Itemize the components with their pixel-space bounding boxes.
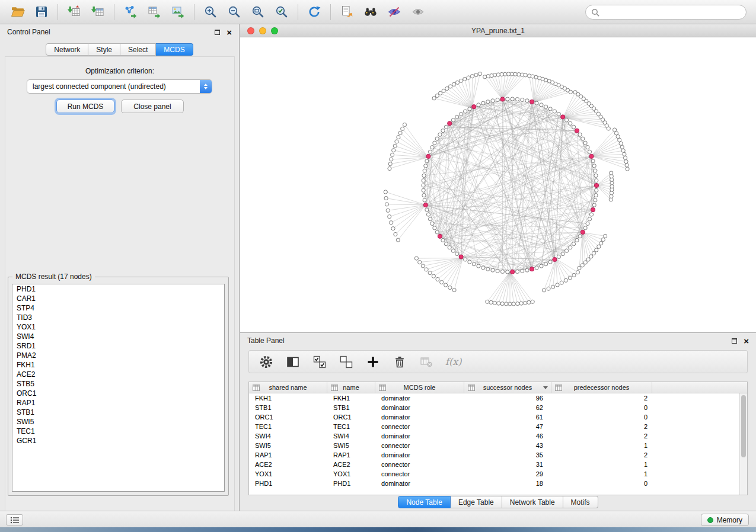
network-node[interactable] xyxy=(544,262,548,266)
sort-descending-icon[interactable] xyxy=(543,386,548,389)
network-node[interactable] xyxy=(401,127,404,130)
network-node[interactable] xyxy=(491,268,495,272)
cell-predecessor-nodes[interactable]: 2 xyxy=(551,422,652,431)
network-node[interactable] xyxy=(506,270,509,274)
table-row[interactable]: RAP1RAP1dominator352 xyxy=(249,450,739,460)
cell-MCDS-role[interactable]: dominator xyxy=(375,450,464,460)
network-node[interactable] xyxy=(426,213,430,216)
cell-successor-nodes[interactable]: 18 xyxy=(464,479,551,488)
network-node[interactable] xyxy=(516,302,519,306)
cell-shared-name[interactable]: SWI4 xyxy=(249,431,327,441)
close-table-panel-icon[interactable]: × xyxy=(744,336,749,345)
mcds-hub-node[interactable] xyxy=(511,270,515,274)
network-canvas[interactable] xyxy=(240,37,756,332)
network-node[interactable] xyxy=(540,103,543,107)
mcds-hub-node[interactable] xyxy=(580,230,585,234)
cell-name[interactable]: ORC1 xyxy=(327,412,375,422)
cell-name[interactable]: TEC1 xyxy=(327,422,375,431)
network-node[interactable] xyxy=(576,271,579,274)
network-node[interactable] xyxy=(440,280,444,284)
cell-shared-name[interactable]: ORC1 xyxy=(249,412,327,422)
network-node[interactable] xyxy=(586,146,589,149)
import-network-button[interactable] xyxy=(62,2,86,22)
network-node[interactable] xyxy=(592,203,596,207)
network-node[interactable] xyxy=(591,159,595,163)
network-node[interactable] xyxy=(500,302,504,306)
network-node[interactable] xyxy=(583,261,587,264)
mcds-hub-node[interactable] xyxy=(530,100,534,104)
search-network-button[interactable] xyxy=(359,2,382,22)
network-node[interactable] xyxy=(422,194,426,197)
network-node[interactable] xyxy=(525,99,529,102)
network-node[interactable] xyxy=(388,166,391,170)
memory-button[interactable]: Memory xyxy=(701,514,749,526)
cell-predecessor-nodes[interactable]: 1 xyxy=(551,469,652,479)
network-node[interactable] xyxy=(557,255,560,258)
table-scrollbar-thumb[interactable] xyxy=(741,395,746,457)
network-node[interactable] xyxy=(421,264,425,268)
task-history-button[interactable] xyxy=(6,514,23,525)
network-node[interactable] xyxy=(548,260,552,264)
network-node[interactable] xyxy=(445,86,449,90)
network-node[interactable] xyxy=(556,283,559,287)
network-node[interactable] xyxy=(569,121,572,125)
network-node[interactable] xyxy=(578,266,581,270)
mcds-node-item[interactable]: SRD1 xyxy=(12,341,224,351)
network-node[interactable] xyxy=(542,289,546,292)
network-node[interactable] xyxy=(595,188,598,192)
tab-select[interactable]: Select xyxy=(120,43,156,56)
network-node[interactable] xyxy=(422,179,425,182)
float-panel-icon[interactable] xyxy=(215,30,220,35)
network-node[interactable] xyxy=(439,91,442,95)
network-node[interactable] xyxy=(477,103,480,107)
network-node[interactable] xyxy=(474,73,478,76)
network-node[interactable] xyxy=(626,167,629,171)
network-node[interactable] xyxy=(491,99,495,102)
network-graph[interactable] xyxy=(240,37,756,332)
network-node[interactable] xyxy=(477,264,480,268)
network-node[interactable] xyxy=(403,123,406,126)
network-node[interactable] xyxy=(425,208,429,211)
network-node[interactable] xyxy=(613,128,617,132)
cell-shared-name[interactable]: YOX1 xyxy=(249,469,327,479)
network-node[interactable] xyxy=(435,230,439,234)
network-node[interactable] xyxy=(540,264,543,268)
column-options-icon[interactable] xyxy=(253,384,260,391)
table-row[interactable]: PHD1PHD1dominator180 xyxy=(249,479,739,488)
table-tab-motifs[interactable]: Motifs xyxy=(563,496,598,508)
close-panel-icon[interactable]: × xyxy=(227,28,232,37)
mcds-result-list[interactable]: PHD1CAR1STP4TID3YOX1SWI4SRD1PMA2FKH1ACE2… xyxy=(12,284,225,492)
network-node[interactable] xyxy=(468,107,471,111)
mcds-hub-node[interactable] xyxy=(589,154,594,158)
network-node[interactable] xyxy=(564,278,567,282)
mcds-hub-node[interactable] xyxy=(438,234,442,238)
mcds-node-item[interactable]: ORC1 xyxy=(12,389,224,398)
network-node[interactable] xyxy=(500,72,503,76)
network-node[interactable] xyxy=(594,194,598,197)
network-node[interactable] xyxy=(460,79,463,82)
network-node[interactable] xyxy=(623,156,627,159)
network-node[interactable] xyxy=(467,76,470,79)
network-node[interactable] xyxy=(588,217,591,221)
network-node[interactable] xyxy=(394,232,397,236)
cell-predecessor-nodes[interactable]: 2 xyxy=(551,450,652,460)
network-node[interactable] xyxy=(472,262,476,266)
network-node[interactable] xyxy=(444,242,448,246)
cell-predecessor-nodes[interactable]: 2 xyxy=(551,393,652,403)
network-node[interactable] xyxy=(393,144,397,148)
network-node[interactable] xyxy=(599,241,603,245)
cell-MCDS-role[interactable]: dominator xyxy=(375,403,464,412)
mcds-node-item[interactable]: STP4 xyxy=(12,303,224,313)
network-node[interactable] xyxy=(449,85,452,88)
network-node[interactable] xyxy=(452,82,455,86)
mcds-hub-node[interactable] xyxy=(561,115,565,119)
cell-successor-nodes[interactable]: 46 xyxy=(464,431,551,441)
network-node[interactable] xyxy=(572,125,576,129)
close-window-icon[interactable] xyxy=(247,27,254,34)
cell-successor-nodes[interactable]: 61 xyxy=(464,412,551,422)
zoom-selected-button[interactable] xyxy=(270,2,294,22)
mcds-node-item[interactable]: CAR1 xyxy=(12,294,224,303)
network-node[interactable] xyxy=(578,235,582,238)
hide-selected-button[interactable] xyxy=(382,2,406,22)
network-node[interactable] xyxy=(594,174,598,177)
